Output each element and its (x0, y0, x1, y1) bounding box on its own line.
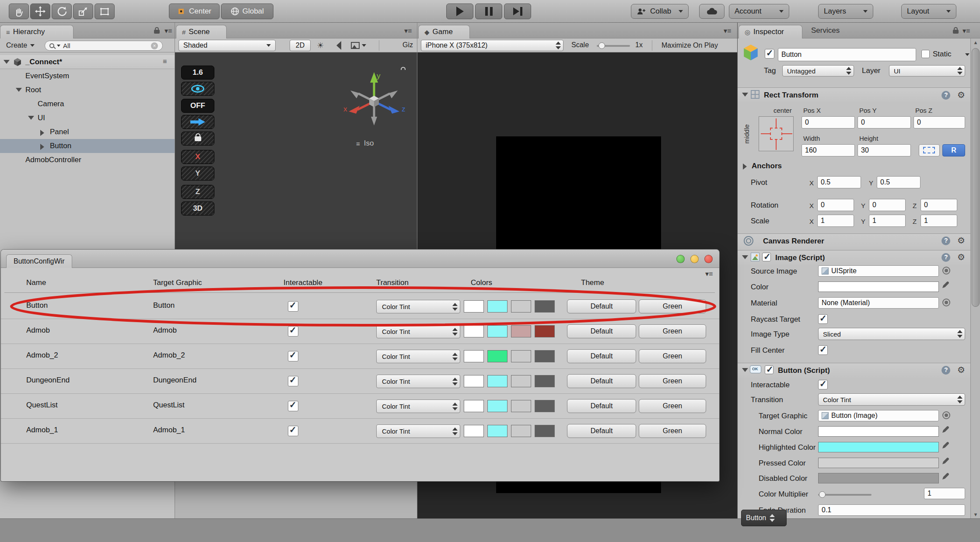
color-multiplier-slider[interactable] (818, 494, 872, 496)
theme-default-button[interactable]: Default (567, 299, 636, 313)
foldout-arrow-icon[interactable] (743, 163, 747, 170)
lock-icon[interactable] (154, 30, 160, 34)
scene-orientation-gizmo[interactable]: y x z (335, 64, 413, 139)
row-transition-dropdown[interactable]: Color Tint (376, 400, 460, 413)
anchor-preset-widget[interactable] (759, 116, 794, 151)
rotation-y-field[interactable]: 0 (869, 199, 906, 211)
overlay-visibility-button[interactable] (181, 82, 214, 96)
scroll-up-icon[interactable]: ▲ (971, 38, 980, 46)
help-icon[interactable] (942, 91, 950, 100)
maximize-on-play-button[interactable]: Maximize On Play (657, 40, 722, 51)
gear-icon[interactable] (957, 365, 965, 374)
scale-y-field[interactable]: 1 (869, 215, 906, 227)
theme-green-button[interactable]: Green (639, 399, 706, 413)
help-icon[interactable] (942, 253, 950, 262)
row-color-swatch-3[interactable] (511, 400, 531, 412)
foldout-arrow-icon[interactable] (40, 130, 44, 136)
row-color-swatch-2[interactable] (487, 350, 508, 362)
panel-menu-icon[interactable]: ▾≡ (164, 28, 172, 35)
eyedropper-icon[interactable] (941, 280, 950, 290)
theme-green-button[interactable]: Green (639, 349, 706, 363)
overlay-x-axis-button[interactable]: X (181, 150, 214, 164)
row-transition-dropdown[interactable]: Color Tint (376, 300, 460, 313)
foldout-arrow-icon[interactable] (16, 88, 22, 92)
window-minimize-icon[interactable] (676, 255, 685, 263)
hierarchy-item-eventsystem[interactable]: EventSystem (0, 69, 175, 83)
scroll-down-icon[interactable]: ▼ (971, 511, 980, 518)
foldout-arrow-icon[interactable] (742, 368, 748, 372)
hierarchy-item-admobcontroller[interactable]: AdmobController (0, 153, 175, 167)
static-checkbox[interactable] (921, 50, 930, 58)
color-swatch[interactable] (818, 281, 939, 292)
play-button[interactable] (446, 3, 473, 19)
overlay-y-axis-button[interactable]: Y (181, 167, 214, 181)
overlay-fov-button[interactable]: 1.6 (181, 66, 214, 80)
rotate-tool-button[interactable] (52, 3, 72, 19)
overlay-z-axis-button[interactable]: Z (181, 185, 214, 199)
theme-default-button[interactable]: Default (567, 324, 636, 338)
toggle-2d-button[interactable]: 2D (290, 40, 311, 51)
overlay-lock-button[interactable] (181, 132, 214, 146)
pivot-x-field[interactable]: 0.5 (817, 176, 861, 188)
row-color-swatch-2[interactable] (487, 425, 508, 437)
scale-tool-button[interactable] (73, 3, 93, 19)
cloud-button[interactable] (699, 4, 724, 19)
row-interactable-checkbox[interactable] (288, 401, 298, 411)
row-color-swatch-4[interactable] (535, 300, 555, 313)
foldout-arrow-icon[interactable] (4, 60, 10, 64)
theme-green-button[interactable]: Green (639, 424, 706, 438)
row-color-swatch-4[interactable] (535, 350, 555, 362)
collab-dropdown[interactable]: Collab (631, 4, 689, 19)
object-picker-icon[interactable] (942, 299, 950, 306)
row-interactable-checkbox[interactable] (288, 426, 298, 436)
static-dropdown-icon[interactable] (965, 53, 970, 56)
color-multiplier-field[interactable]: 1 (924, 488, 965, 499)
scene-lighting-icon[interactable]: ☀ (317, 42, 324, 49)
scene-effects-dropdown[interactable] (351, 42, 366, 49)
panel-menu-icon[interactable]: ▾≡ (724, 28, 731, 35)
rotation-z-field[interactable]: 0 (920, 199, 957, 211)
height-field[interactable]: 30 (858, 144, 911, 156)
foldout-arrow-icon[interactable] (28, 116, 34, 120)
foldout-arrow-icon[interactable] (742, 255, 748, 259)
eyedropper-icon[interactable] (941, 456, 950, 466)
row-interactable-checkbox[interactable] (288, 376, 298, 386)
gear-icon[interactable] (957, 236, 965, 245)
row-interactable-checkbox[interactable] (288, 301, 298, 312)
row-color-swatch-3[interactable] (511, 350, 531, 362)
row-interactable-checkbox[interactable] (288, 351, 298, 361)
tab-hierarchy[interactable]: ≡ Hierarchy (0, 25, 74, 38)
row-transition-dropdown[interactable]: Color Tint (376, 424, 460, 438)
width-field[interactable]: 160 (802, 144, 855, 156)
move-tool-button[interactable] (30, 3, 50, 19)
hierarchy-item-ui[interactable]: UI (0, 111, 175, 125)
tab-services[interactable]: Services (811, 26, 840, 35)
gear-icon[interactable] (957, 90, 965, 99)
space-mode-button[interactable]: Global (221, 3, 273, 19)
tab-scene[interactable]: # Scene (176, 25, 227, 38)
aspect-ratio-dropdown[interactable]: iPhone X (375x812) (421, 40, 564, 51)
pivot-y-field[interactable]: 0.5 (877, 176, 920, 188)
rotation-x-field[interactable]: 0 (817, 199, 854, 211)
hierarchy-item--connect-[interactable]: ≡_Connect* (0, 55, 175, 69)
row-transition-dropdown[interactable]: Color Tint (376, 350, 460, 363)
row-transition-dropdown[interactable]: Color Tint (376, 325, 460, 338)
overlay-off-button[interactable]: OFF (181, 99, 214, 113)
target-graphic-field[interactable]: Button (Image) (818, 410, 939, 421)
window-title-tab[interactable]: ButtonConfigWir (6, 254, 72, 268)
tag-dropdown[interactable]: Untagged (782, 65, 854, 76)
active-checkbox[interactable] (765, 49, 774, 59)
eyedropper-icon[interactable] (941, 425, 950, 434)
pos-x-field[interactable]: 0 (802, 116, 855, 129)
hierarchy-item-root[interactable]: Root (0, 83, 175, 97)
row-interactable-checkbox[interactable] (288, 326, 298, 337)
overlay-3d-button[interactable]: 3D (181, 202, 214, 215)
window-zoom-icon[interactable] (690, 255, 699, 263)
source-image-field[interactable]: UISprite (818, 265, 939, 277)
material-field[interactable]: None (Material) (818, 297, 939, 309)
help-icon[interactable] (942, 236, 950, 245)
step-button[interactable] (504, 3, 531, 19)
layer-dropdown[interactable]: UI (889, 65, 965, 76)
scene-menu-icon[interactable]: ≡ (163, 58, 167, 65)
scene-viewport[interactable]: 1.6 OFF X Y Z 3D (175, 52, 417, 250)
